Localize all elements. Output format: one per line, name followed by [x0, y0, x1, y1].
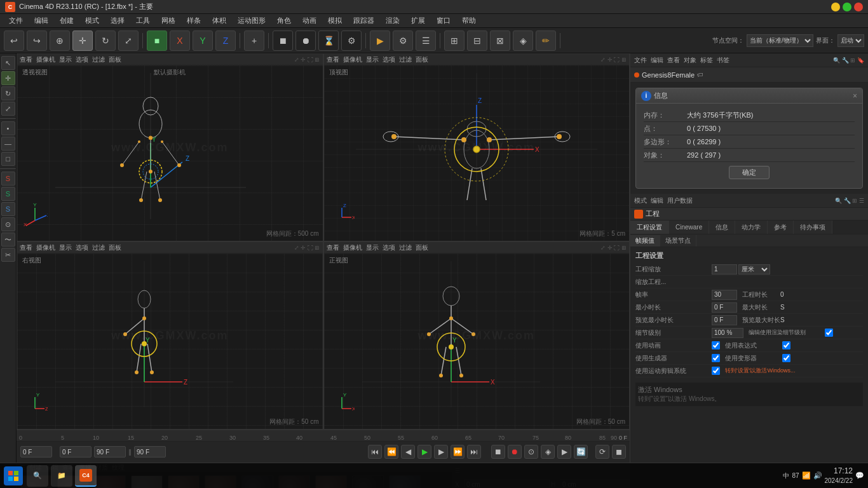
redo-button[interactable]: ↪: [27, 30, 47, 51]
render-setting[interactable]: ⚙: [393, 30, 413, 51]
vp-tr-view[interactable]: 查看: [327, 55, 339, 64]
motion-key-btn[interactable]: ◈: [541, 445, 555, 459]
menu-extend[interactable]: 扩展: [406, 15, 430, 27]
step-fwd-btn[interactable]: ▶: [434, 445, 448, 459]
interface-select[interactable]: 启动: [837, 34, 864, 47]
object-mode[interactable]: ■: [147, 30, 167, 51]
menu-spline[interactable]: 样条: [182, 15, 206, 27]
om-view[interactable]: 查看: [667, 56, 680, 65]
vp-tl-disp[interactable]: 显示: [59, 55, 72, 64]
scale-button[interactable]: ⤢: [118, 30, 139, 51]
vp-br-opt[interactable]: 选项: [383, 243, 395, 252]
vp-tr-opt[interactable]: 选项: [383, 55, 395, 64]
menu-mesh[interactable]: 网格: [156, 15, 180, 27]
node-space-select[interactable]: 当前（标准/物理）: [747, 34, 813, 47]
viewport-top[interactable]: 查看 摄像机 显示 选项 过滤 面板 ⤢ ✛ ⛶ ⊞ 顶视图: [323, 53, 630, 241]
goto-start-btn[interactable]: ⏮: [368, 445, 382, 459]
menu-volume[interactable]: 体积: [207, 15, 231, 27]
prop-use-deform-check[interactable]: [782, 354, 790, 362]
tl-extra2[interactable]: ◼: [612, 445, 626, 459]
menu-edit[interactable]: 编辑: [29, 15, 53, 27]
loop-btn[interactable]: 🔄: [574, 445, 588, 459]
lt-s2[interactable]: S: [1, 187, 15, 201]
vp-bl-opt[interactable]: 选项: [76, 243, 88, 252]
anim-setting[interactable]: ⚙: [341, 30, 362, 51]
close-button[interactable]: [854, 3, 863, 11]
move-button[interactable]: ✛: [72, 30, 93, 51]
vp-bl-view[interactable]: 查看: [20, 243, 32, 252]
om-file[interactable]: 文件: [634, 56, 647, 65]
play-timeline[interactable]: ⏹: [273, 30, 293, 51]
tab-reference[interactable]: 参考: [768, 220, 794, 234]
prev-frame-btn[interactable]: ⏪: [384, 445, 398, 459]
vp-bl-disp[interactable]: 显示: [59, 243, 72, 252]
xyz-x[interactable]: X: [170, 30, 190, 51]
xyz-y[interactable]: Y: [193, 30, 213, 51]
sym-btn[interactable]: ◈: [513, 30, 533, 51]
lt-s1[interactable]: S: [1, 172, 15, 186]
rotate-button[interactable]: ↻: [95, 30, 116, 51]
prop-mintime-input[interactable]: [712, 302, 737, 313]
menu-simulate[interactable]: 模拟: [323, 15, 347, 27]
lt-scale[interactable]: ⤢: [1, 102, 15, 116]
menu-tools[interactable]: 工具: [131, 15, 155, 27]
prop-moclip-check[interactable]: [712, 367, 720, 375]
vp-tr-disp[interactable]: 显示: [366, 55, 379, 64]
maximize-button[interactable]: [843, 3, 851, 11]
vp-bl-panel[interactable]: 面板: [109, 243, 121, 252]
viewport-perspective[interactable]: 查看 摄像机 显示 选项 过滤 面板 ⤢ ✛ ⛶ ⊞ 透视视图 默认摄影机: [17, 53, 323, 241]
lt-select[interactable]: ↖: [1, 56, 15, 70]
snap2-btn[interactable]: ⊟: [467, 30, 487, 51]
max-frame-input[interactable]: [134, 446, 166, 458]
vp-tr-cam[interactable]: 摄像机: [343, 55, 362, 64]
menu-mograph[interactable]: 运动图形: [233, 15, 271, 27]
vp-br-panel[interactable]: 面板: [416, 243, 428, 252]
vp-tl-view[interactable]: 查看: [20, 55, 32, 64]
props-mode[interactable]: 模式: [634, 196, 647, 205]
vp-tl-opt[interactable]: 选项: [76, 55, 88, 64]
tab-todo[interactable]: 待办事项: [794, 220, 832, 234]
vp-tl-panel[interactable]: 面板: [109, 55, 121, 64]
lt-rotate[interactable]: ↻: [1, 86, 15, 100]
om-object[interactable]: 对象: [684, 56, 696, 65]
taskbar-file-explorer[interactable]: 📁: [51, 465, 72, 487]
menu-file[interactable]: 文件: [4, 15, 28, 27]
lt-bend[interactable]: 〜: [1, 233, 15, 247]
prop-scale-unit[interactable]: 厘米米: [738, 264, 770, 274]
play-btn[interactable]: ▶: [417, 445, 431, 459]
vp-tr-panel[interactable]: 面板: [416, 55, 428, 64]
notification-icon[interactable]: 💬: [855, 471, 864, 480]
start-button[interactable]: [4, 466, 23, 485]
prop-use-anim-check[interactable]: [712, 341, 720, 349]
lt-poly-mode[interactable]: □: [1, 152, 15, 166]
keyframe-btn[interactable]: ⌛: [318, 30, 339, 51]
vp-tl-filt[interactable]: 过滤: [92, 55, 105, 64]
undo-button[interactable]: ↩: [4, 30, 24, 51]
start-frame-input[interactable]: [60, 446, 92, 458]
tl-extra1[interactable]: ⟳: [595, 445, 609, 459]
prop-lod-input[interactable]: [712, 328, 743, 338]
vp-br-cam[interactable]: 摄像机: [343, 243, 362, 252]
vp-tr-filt[interactable]: 过滤: [399, 55, 412, 64]
menu-render[interactable]: 渲染: [381, 15, 405, 27]
step-back-btn[interactable]: ◀: [401, 445, 415, 459]
new-object[interactable]: +: [244, 30, 264, 51]
object-row[interactable]: Genesis8Female 🏷: [630, 67, 868, 83]
grid-btn[interactable]: ⊠: [490, 30, 510, 51]
menu-mode[interactable]: 模式: [80, 15, 104, 27]
current-frame-input[interactable]: [20, 446, 52, 458]
minimize-button[interactable]: [831, 3, 840, 11]
keyframe-mode[interactable]: ⏹: [491, 445, 505, 459]
prop-preview-min-input[interactable]: [712, 315, 737, 325]
record-anim-btn[interactable]: ⏺: [508, 445, 522, 459]
om-bookmark[interactable]: 书签: [717, 56, 729, 65]
vp-bl-filt[interactable]: 过滤: [92, 243, 105, 252]
om-tag[interactable]: 标签: [700, 56, 713, 65]
menu-character[interactable]: 角色: [272, 15, 296, 27]
viewport-right[interactable]: 查看 摄像机 显示 选项 过滤 面板 ⤢ ✛ ⛶ ⊞ 右视图 Z: [17, 241, 323, 430]
goto-end-btn[interactable]: ⏭: [467, 445, 481, 459]
vp-br-filt[interactable]: 过滤: [399, 243, 412, 252]
render-view[interactable]: ▶: [370, 30, 390, 51]
prop-use-expr-check[interactable]: [782, 341, 790, 349]
menu-select[interactable]: 选择: [105, 15, 130, 27]
